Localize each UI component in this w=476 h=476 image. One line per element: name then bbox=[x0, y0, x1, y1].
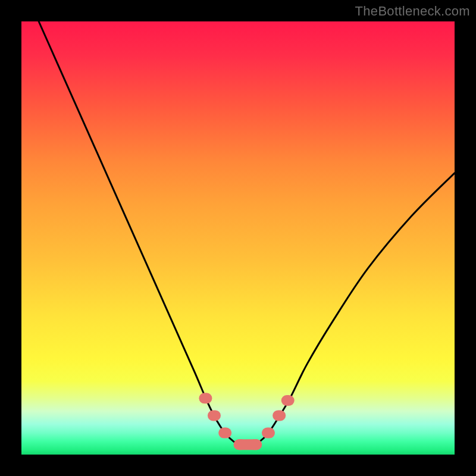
marker-point bbox=[218, 428, 231, 439]
highlight-markers bbox=[199, 393, 294, 450]
marker-point bbox=[273, 410, 286, 421]
bottleneck-curve bbox=[39, 21, 455, 446]
attribution-label: TheBottleneck.com bbox=[355, 4, 470, 19]
marker-point bbox=[199, 393, 212, 403]
marker-point bbox=[208, 410, 221, 421]
marker-point bbox=[281, 395, 295, 406]
curve-layer bbox=[21, 21, 455, 455]
marker-bottom-bar bbox=[234, 439, 262, 450]
marker-point bbox=[262, 428, 275, 439]
plot-area bbox=[21, 21, 455, 455]
chart-frame: TheBottleneck.com bbox=[0, 0, 476, 476]
